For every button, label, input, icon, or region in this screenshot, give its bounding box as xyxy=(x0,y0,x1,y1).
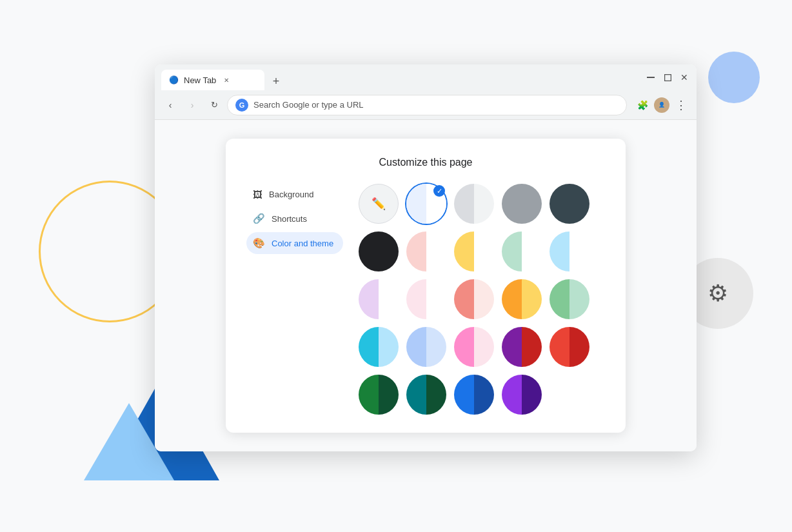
new-tab-button[interactable]: + xyxy=(267,72,285,90)
color-grid-area: ✏️ xyxy=(359,184,605,415)
color-purple[interactable] xyxy=(502,375,542,415)
nav-item-background[interactable]: 🖼 Background xyxy=(246,184,343,205)
color-theme-icon: 🎨 xyxy=(253,237,265,249)
deco-circle-blue xyxy=(708,52,760,103)
title-bar: 🔵 New Tab ✕ + ✕ xyxy=(155,64,697,90)
color-blue-lavender[interactable] xyxy=(406,327,446,367)
half-circle xyxy=(549,327,589,367)
half-circle xyxy=(454,375,494,415)
browser-tab[interactable]: 🔵 New Tab ✕ xyxy=(161,70,264,90)
half-circle xyxy=(359,327,399,367)
half-circle xyxy=(406,279,446,319)
address-text: Search Google or type a URL xyxy=(253,100,364,110)
color-pink-light[interactable] xyxy=(406,279,446,319)
half-circle xyxy=(359,279,399,319)
half-circle xyxy=(454,279,494,319)
extensions-button[interactable]: 🧩 xyxy=(633,96,651,114)
background-icon: 🖼 xyxy=(253,189,262,200)
color-salmon[interactable] xyxy=(454,279,494,319)
color-green-light[interactable] xyxy=(502,232,542,271)
half-circle xyxy=(406,327,446,367)
avatar[interactable]: 👤 xyxy=(654,97,669,113)
color-black[interactable] xyxy=(359,232,399,271)
color-dark-teal[interactable] xyxy=(549,184,589,224)
window-controls: ✕ xyxy=(645,72,690,83)
half-circle xyxy=(406,232,446,271)
half-circle xyxy=(502,327,542,367)
color-red[interactable] xyxy=(549,327,589,367)
color-dark-teal2[interactable] xyxy=(406,375,446,415)
back-button[interactable]: ‹ xyxy=(161,96,179,114)
half-circle xyxy=(502,375,542,415)
nav-label-background: Background xyxy=(269,190,313,199)
maximize-button[interactable] xyxy=(662,72,673,83)
color-maroon[interactable] xyxy=(502,327,542,367)
color-teal-mid[interactable] xyxy=(359,327,399,367)
tab-title: New Tab xyxy=(184,75,216,85)
color-navy[interactable] xyxy=(454,375,494,415)
browser-window: 🔵 New Tab ✕ + ✕ ‹ › ↻ G Search Google or… xyxy=(155,64,697,451)
panel-body: 🖼 Background 🔗 Shortcuts 🎨 Color and the… xyxy=(246,184,605,415)
tab-favicon: 🔵 xyxy=(169,75,179,84)
color-pink-hot[interactable] xyxy=(454,327,494,367)
half-circle xyxy=(549,232,589,271)
half-circle xyxy=(502,279,542,319)
custom-color-button[interactable]: ✏️ xyxy=(359,184,399,224)
tab-close-button[interactable]: ✕ xyxy=(221,75,232,85)
nav-item-shortcuts[interactable]: 🔗 Shortcuts xyxy=(246,208,343,230)
gear-icon: ⚙ xyxy=(708,280,728,307)
reload-button[interactable]: ↻ xyxy=(205,96,223,114)
forward-button[interactable]: › xyxy=(183,96,201,114)
color-grid: ✏️ xyxy=(359,184,605,415)
nav-item-color-theme[interactable]: 🎨 Color and theme xyxy=(246,232,343,254)
color-forest[interactable] xyxy=(359,375,399,415)
half-circle xyxy=(359,375,399,415)
customize-panel: Customize this page 🖼 Background 🔗 Short… xyxy=(226,139,626,433)
svg-rect-1 xyxy=(664,74,671,81)
half-circle xyxy=(549,279,589,319)
color-gray-light[interactable] xyxy=(454,184,494,224)
half-circle xyxy=(454,327,494,367)
svg-rect-0 xyxy=(647,77,655,78)
color-lavender-light[interactable] xyxy=(359,279,399,319)
address-bar-row: ‹ › ↻ G Search Google or type a URL 🧩 👤 … xyxy=(155,90,697,120)
color-green-mid[interactable] xyxy=(549,279,589,319)
minimize-button[interactable] xyxy=(645,72,657,83)
color-yellow-half[interactable] xyxy=(454,232,494,271)
address-bar[interactable]: G Search Google or type a URL xyxy=(227,95,627,115)
color-peach-light[interactable] xyxy=(406,232,446,271)
menu-button[interactable]: ⋮ xyxy=(672,96,690,114)
nav-label-shortcuts: Shortcuts xyxy=(272,214,307,224)
color-orange[interactable] xyxy=(502,279,542,319)
page-content: Customize this page 🖼 Background 🔗 Short… xyxy=(155,120,697,451)
shortcuts-icon: 🔗 xyxy=(253,213,265,224)
half-circle xyxy=(454,232,494,271)
color-teal-light[interactable] xyxy=(549,232,589,271)
color-white-blue[interactable] xyxy=(406,184,446,224)
color-gray-mid[interactable] xyxy=(502,184,542,224)
google-icon: G xyxy=(235,99,248,112)
half-circle xyxy=(454,184,494,224)
left-nav: 🖼 Background 🔗 Shortcuts 🎨 Color and the… xyxy=(246,184,343,415)
half-circle xyxy=(406,375,446,415)
half-circle xyxy=(502,232,542,271)
panel-title: Customize this page xyxy=(246,157,605,168)
half-circle xyxy=(406,184,446,224)
close-button[interactable]: ✕ xyxy=(678,72,690,83)
nav-label-color-theme: Color and theme xyxy=(272,239,333,248)
toolbar-icons: 🧩 👤 ⋮ xyxy=(633,96,690,114)
